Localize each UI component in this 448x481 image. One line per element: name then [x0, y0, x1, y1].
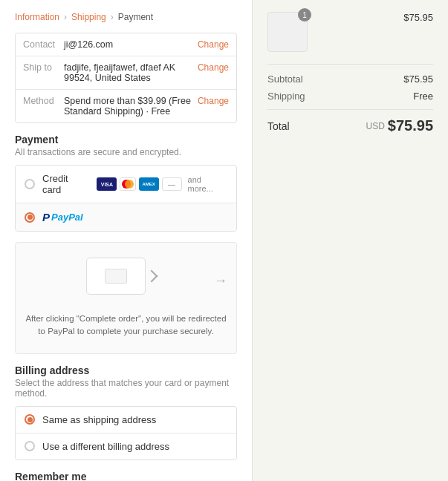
billing-option-different[interactable]: Use a different billing address — [16, 433, 236, 459]
paypal-radio[interactable] — [25, 212, 35, 223]
billing-same-label: Same as shipping address — [42, 414, 156, 425]
subtotal-label: Subtotal — [267, 73, 303, 85]
paypal-card-wrapper: → — [25, 258, 227, 304]
left-panel: Information › Shipping › Payment Contact… — [0, 0, 253, 481]
contact-value: ji@126.com — [64, 39, 198, 50]
billing-section: Billing address Select the address that … — [15, 364, 237, 460]
method-value: Spend more than $39.99 (Free Standard Sh… — [64, 96, 198, 117]
remember-section: Remember me Save my information for a fa… — [15, 471, 237, 482]
shipping-value: Free — [413, 91, 433, 102]
subtotal-value: $75.95 — [403, 73, 433, 85]
payment-option-credit[interactable]: Credit card VISA AMEX — and more... — [16, 166, 236, 203]
shipto-label: Ship to — [23, 62, 64, 73]
summary-table: Contact ji@126.com Change Ship to fadjif… — [15, 33, 237, 123]
visa-icon: VISA — [97, 177, 117, 191]
billing-different-label: Use a different billing address — [42, 441, 169, 452]
shipto-change[interactable]: Change — [198, 62, 229, 73]
total-currency: USD — [366, 121, 384, 131]
breadcrumb: Information › Shipping › Payment — [15, 12, 237, 22]
amex-icon: AMEX — [139, 177, 159, 191]
breadcrumb-information[interactable]: Information — [15, 12, 59, 22]
paypal-card-graphic — [86, 258, 146, 295]
subtotal-row: Subtotal $75.95 — [267, 73, 433, 85]
and-more-text: and more... — [188, 175, 227, 193]
mastercard-icon — [120, 177, 135, 191]
summary-row-contact: Contact ji@126.com Change — [16, 33, 236, 56]
item-price: $75.95 — [403, 12, 433, 23]
generic-card-icon: — — [162, 177, 182, 191]
card-icons: VISA AMEX — and more... — [97, 175, 227, 193]
card-inner-graphic — [105, 269, 127, 284]
sep-2: › — [111, 12, 114, 22]
payment-subtitle: All transactions are secure and encrypte… — [15, 147, 237, 157]
paypal-info-box: → After clicking "Complete order", you w… — [15, 242, 237, 354]
billing-options: Same as shipping address Use a different… — [15, 406, 237, 460]
right-panel: 1 $75.95 Subtotal $75.95 Shipping Free T… — [253, 0, 448, 481]
billing-same-radio[interactable] — [25, 414, 35, 425]
paypal-info-text: After clicking "Complete order", you wil… — [25, 313, 227, 338]
paypal-text: PayPal — [51, 212, 83, 223]
billing-option-same[interactable]: Same as shipping address — [16, 407, 236, 433]
paypal-logo: P PayPal — [42, 211, 83, 223]
credit-card-label: Credit card — [42, 173, 88, 195]
payment-title: Payment — [15, 134, 237, 145]
summary-row-shipto: Ship to fadjife, fjeaijfawef, dfaef AK 9… — [16, 56, 236, 90]
credit-card-radio[interactable] — [25, 179, 35, 189]
payment-option-paypal[interactable]: P PayPal — [16, 203, 236, 231]
remember-title: Remember me — [15, 471, 237, 482]
divider-1 — [267, 64, 433, 65]
method-label: Method — [23, 96, 64, 106]
total-amount: USD $75.95 — [366, 117, 433, 134]
total-value: $75.95 — [388, 117, 433, 134]
order-item: 1 $75.95 — [267, 12, 433, 52]
breadcrumb-shipping[interactable]: Shipping — [71, 12, 106, 22]
paypal-p: P — [42, 211, 50, 223]
item-image: 1 — [267, 12, 308, 52]
shipping-label: Shipping — [267, 91, 305, 102]
breadcrumb-payment: Payment — [118, 12, 153, 22]
contact-change[interactable]: Change — [198, 39, 229, 50]
total-label: Total — [267, 120, 290, 132]
shipto-value: fadjife, fjeaijfawef, dfaef AK 99524, Un… — [64, 62, 198, 83]
method-change[interactable]: Change — [198, 96, 229, 106]
contact-label: Contact — [23, 39, 64, 50]
sep-1: › — [64, 12, 67, 22]
billing-subtitle: Select the address that matches your car… — [15, 378, 237, 399]
arrow-icon: → — [214, 273, 227, 289]
item-quantity-badge: 1 — [298, 8, 311, 22]
billing-different-radio[interactable] — [25, 441, 35, 451]
summary-row-method: Method Spend more than $39.99 (Free Stan… — [16, 90, 236, 122]
total-row: Total USD $75.95 — [267, 109, 433, 134]
payment-options: Credit card VISA AMEX — and more... P Pa… — [15, 165, 237, 232]
billing-title: Billing address — [15, 364, 237, 376]
shipping-row: Shipping Free — [267, 91, 433, 102]
